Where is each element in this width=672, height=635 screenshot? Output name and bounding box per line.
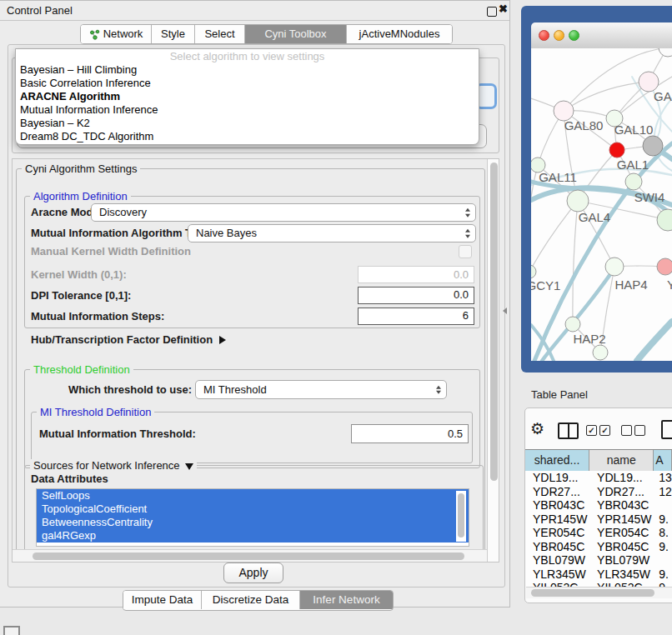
tab-jactivemnodules[interactable]: jActiveMNodules — [346, 25, 452, 43]
list-scrollbar[interactable] — [456, 491, 466, 542]
tab-impute-data[interactable]: Impute Data — [123, 591, 201, 609]
minimize-traffic-light-icon[interactable] — [554, 30, 564, 41]
network-icon — [89, 29, 100, 40]
float-window-icon[interactable] — [487, 7, 497, 17]
column-header-name[interactable]: name — [589, 450, 654, 472]
tab-infer-network[interactable]: Infer Network — [299, 591, 393, 609]
network-edge[interactable] — [573, 201, 578, 324]
tab-style[interactable]: Style — [151, 25, 194, 43]
unchecked-checkbox-icon[interactable] — [621, 425, 632, 436]
settings-horizontal-scrollbar[interactable] — [13, 549, 487, 562]
data-attribute-item-topologicalcoefficient[interactable]: TopologicalCoefficient — [37, 502, 469, 516]
which-threshold-label: Which threshold to use: — [31, 380, 192, 399]
network-node-label: GAL4 — [579, 210, 610, 224]
stepper-arrows-icon — [465, 208, 470, 218]
gear-icon[interactable]: ⚙ — [530, 419, 544, 438]
dpi-tolerance-field[interactable]: 0.0 — [358, 287, 474, 304]
network-edge[interactable] — [564, 82, 649, 111]
mi-steps-field[interactable]: 6 — [358, 308, 474, 325]
table-row[interactable]: YER054CYER054C8. — [525, 526, 672, 540]
network-node[interactable] — [605, 258, 624, 276]
aracne-mode-select[interactable]: Discovery — [91, 203, 476, 222]
network-node-label: HAP2 — [573, 332, 605, 346]
column-header-a[interactable]: A — [654, 450, 672, 472]
stepper-arrows-icon — [465, 229, 470, 238]
algorithm-dropdown-hint: Select algorithm to view settings — [16, 49, 479, 63]
tab-network[interactable]: Network — [81, 25, 151, 43]
network-edge-highlighted[interactable] — [637, 322, 672, 361]
data-attribute-item-gal4rgexp[interactable]: gal4RGexp — [37, 529, 469, 542]
mi-algorithm-type-select[interactable]: Naive Bayes — [188, 224, 476, 242]
network-node[interactable] — [625, 173, 642, 190]
network-node[interactable] — [657, 209, 672, 231]
sources-group-title[interactable]: Sources for Network Inference — [30, 459, 197, 472]
data-attribute-item-selfloops[interactable]: SelfLoops — [37, 489, 469, 502]
table-row[interactable]: YLR345WYLR345W9. — [525, 568, 672, 582]
dpi-tolerance-label: DPI Tolerance [0,1]: — [31, 287, 131, 304]
tab-select[interactable]: Select — [194, 25, 244, 43]
network-window-titlebar[interactable] — [531, 22, 672, 49]
algorithm-option-aracne-algorithm[interactable]: ARACNE Algorithm — [16, 90, 479, 103]
close-icon[interactable]: ✖ — [499, 2, 508, 15]
hub-definition-disclosure[interactable]: Hub/Transcription Factor Definition — [31, 333, 226, 347]
cyni-algorithm-settings-title: Cyni Algorithm Settings — [22, 162, 140, 175]
table-cell: YBL079W — [589, 553, 654, 568]
which-threshold-select[interactable]: MI Threshold — [195, 380, 447, 399]
split-columns-icon[interactable] — [558, 422, 579, 439]
data-attributes-list[interactable]: SelfLoopsTopologicalCoefficientBetweenne… — [36, 488, 469, 547]
checked-checkbox-icon[interactable]: ✓ — [586, 425, 597, 436]
network-edge[interactable] — [531, 201, 578, 272]
document-icon[interactable] — [661, 420, 672, 439]
network-node[interactable] — [565, 317, 580, 332]
unchecked-checkbox-icon[interactable] — [634, 425, 645, 436]
which-threshold-value: MI Threshold — [203, 383, 267, 396]
network-node[interactable] — [593, 345, 608, 360]
algorithm-option-bayesian-k2[interactable]: Bayesian – K2 — [16, 117, 479, 130]
close-traffic-light-icon[interactable] — [539, 30, 549, 41]
algorithm-option-bayesian-hill-climbing[interactable]: Bayesian – Hill Climbing — [16, 63, 479, 77]
table-horizontal-scrollbar[interactable] — [526, 587, 672, 598]
network-node-label: Y — [667, 278, 672, 292]
column-header-shared[interactable]: shared... — [525, 450, 589, 472]
data-attributes-label: Data Attributes — [31, 472, 108, 485]
network-node[interactable] — [657, 258, 672, 275]
table-cell: 9. — [654, 540, 672, 554]
table-cell: YBR043C — [525, 498, 589, 512]
table-cell: YPR145W — [589, 512, 654, 527]
zoom-traffic-light-icon[interactable] — [569, 30, 579, 41]
network-node[interactable] — [643, 136, 663, 156]
table-cell: YBR045C — [525, 540, 589, 554]
kernel-width-field[interactable]: 0.0 — [358, 266, 474, 283]
data-attribute-item-betweennesscentrality[interactable]: BetweennessCentrality — [37, 516, 469, 529]
table-row[interactable]: YDR27...YDR27...12 — [525, 485, 672, 499]
table-row[interactable]: YPR145WYPR145W9. — [525, 512, 672, 527]
algorithm-option-mutual-information-inference[interactable]: Mutual Information Inference — [16, 103, 479, 117]
disclosure-right-icon — [219, 336, 226, 344]
table-cell: YIL052C — [525, 581, 589, 587]
network-node[interactable] — [567, 190, 589, 212]
network-node[interactable] — [609, 142, 624, 158]
table-row[interactable]: YIL052CYIL052C9 — [525, 581, 672, 587]
apply-button[interactable]: Apply — [223, 562, 283, 583]
minimized-window-chip[interactable] — [3, 626, 20, 635]
table-row[interactable]: YBL079WYBL079W — [525, 553, 672, 568]
table-cell: 8. — [654, 526, 672, 540]
table-row[interactable]: YDL19...YDL19...13 — [525, 471, 672, 485]
tab-discretize-data[interactable]: Discretize Data — [201, 591, 299, 609]
mi-threshold-field[interactable]: 0.5 — [351, 424, 469, 443]
algorithm-option-basic-correlation-inference[interactable]: Basic Correlation Inference — [16, 77, 479, 90]
algorithm-option-dream8-dc-tdc-algorithm[interactable]: Dream8 DC_TDC Algorithm — [16, 130, 479, 143]
table-cell: YPR145W — [525, 512, 589, 527]
tab-cyni-toolbox[interactable]: Cyni Toolbox — [244, 25, 346, 43]
splitter-collapse-icon[interactable] — [503, 308, 507, 314]
table-cell — [654, 498, 672, 512]
table-row[interactable]: YBR043CYBR043C — [525, 498, 672, 512]
cyni-bottom-tabs: Impute DataDiscretize DataInfer Network — [123, 590, 394, 611]
table-row[interactable]: YBR045CYBR045C9. — [525, 540, 672, 554]
network-node[interactable] — [659, 48, 672, 57]
network-node-label: HAP4 — [614, 278, 647, 292]
network-node[interactable] — [531, 265, 536, 278]
checked-checkbox-icon[interactable]: ✓ — [599, 425, 610, 436]
manual-kernel-width-checkbox[interactable] — [459, 245, 472, 258]
settings-vertical-scrollbar[interactable] — [487, 159, 499, 562]
